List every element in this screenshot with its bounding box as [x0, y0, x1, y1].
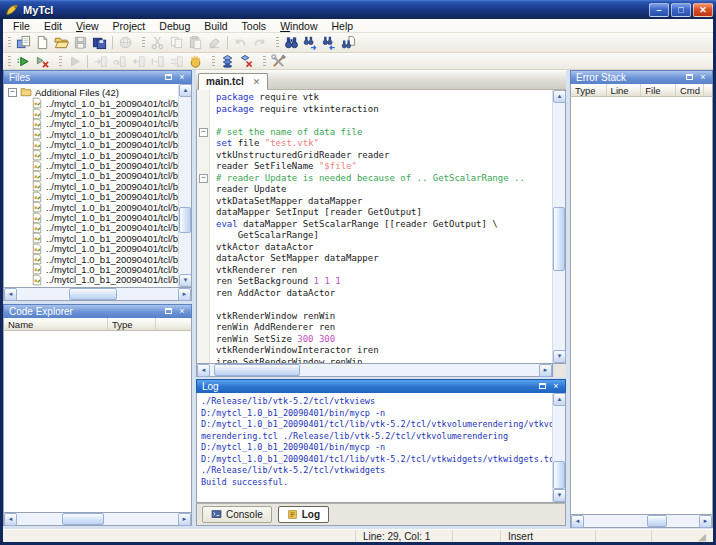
close-panel-icon[interactable]: × [550, 381, 562, 392]
paste-button [186, 35, 205, 51]
tools-options-button[interactable] [269, 53, 288, 69]
code-explorer-horizontal-scrollbar[interactable]: ◄ ► [3, 513, 192, 526]
files-tree[interactable]: − Additional Files (42) ../mytcl_1.0_b1_… [4, 84, 178, 287]
fold-collapse-icon[interactable]: − [199, 174, 208, 183]
scroll-thumb[interactable] [69, 288, 117, 300]
log-vertical-scrollbar[interactable]: ▲ ▼ [552, 393, 565, 502]
column-header-line[interactable]: Line [607, 84, 642, 96]
menu-tools[interactable]: Tools [235, 20, 274, 32]
column-header-type[interactable]: Type [108, 318, 156, 330]
float-panel-icon[interactable] [162, 72, 174, 83]
code-explorer-titlebar[interactable]: Code Explorer × [3, 304, 192, 318]
maximize-button[interactable]: □ [671, 3, 691, 17]
scroll-right-icon[interactable]: ► [539, 364, 552, 377]
close-panel-icon[interactable]: × [176, 72, 188, 83]
log-output[interactable]: ./Release/lib/vtk-5.2/tcl/vtkviewsD:/myt… [197, 393, 552, 502]
scroll-right-icon[interactable]: ► [699, 515, 712, 528]
scroll-left-icon[interactable]: ◄ [571, 515, 584, 528]
column-header-file[interactable]: File [641, 84, 676, 96]
tab-console[interactable]: Console [202, 506, 272, 523]
close-panel-icon[interactable]: × [176, 306, 188, 317]
tree-item-file[interactable]: ../mytcl_1.0_b1_20090401/tcl/bin [4, 275, 178, 285]
tab-log[interactable]: Log [278, 506, 329, 523]
scroll-right-icon[interactable]: ► [178, 513, 191, 526]
open-file-button[interactable] [52, 35, 71, 51]
toolbar-drag-handle[interactable] [263, 56, 266, 67]
log-panel-titlebar[interactable]: Log × [196, 379, 566, 393]
menu-window[interactable]: Window [273, 20, 324, 32]
scroll-thumb[interactable] [214, 364, 300, 376]
error-stack-titlebar[interactable]: Error Stack × [570, 70, 713, 84]
tree-root-row[interactable]: − Additional Files (42) [4, 86, 178, 98]
column-header-name[interactable]: Name [4, 318, 108, 330]
menu-help[interactable]: Help [324, 20, 360, 32]
minimize-button[interactable]: – [649, 3, 669, 17]
scroll-left-icon[interactable]: ◄ [4, 513, 17, 526]
scroll-thumb[interactable] [647, 515, 667, 527]
menu-view[interactable]: View [69, 20, 106, 32]
float-panel-icon[interactable] [162, 306, 174, 317]
build-button[interactable] [218, 53, 237, 69]
scroll-left-icon[interactable]: ◄ [4, 288, 17, 301]
error-stack-body[interactable] [570, 97, 713, 515]
fold-collapse-icon[interactable]: − [199, 128, 208, 137]
float-panel-icon[interactable] [683, 72, 695, 83]
close-button[interactable]: ✕ [693, 3, 713, 17]
pause-button[interactable] [186, 53, 205, 69]
toolbar-drag-handle[interactable] [212, 56, 215, 67]
menu-debug[interactable]: Debug [152, 20, 197, 32]
toolbar-group [271, 33, 360, 52]
resize-grip-icon[interactable]: ◢ [698, 532, 706, 542]
save-all-button[interactable] [90, 35, 109, 51]
menu-project[interactable]: Project [106, 20, 153, 32]
close-panel-icon[interactable]: × [697, 72, 709, 83]
scroll-down-icon[interactable]: ▼ [553, 350, 566, 363]
menu-build[interactable]: Build [197, 20, 234, 32]
scroll-right-icon[interactable]: ► [178, 288, 191, 301]
editor-horizontal-scrollbar[interactable]: ◄ ► [196, 364, 553, 377]
find-previous-button[interactable] [320, 35, 339, 51]
toolbar-drag-handle[interactable] [59, 56, 62, 67]
scroll-thumb[interactable] [179, 207, 191, 233]
collapse-expander-icon[interactable]: − [8, 88, 17, 97]
stop-build-button[interactable] [237, 53, 256, 69]
find-button[interactable] [282, 35, 301, 51]
scroll-up-icon[interactable]: ▲ [553, 90, 566, 103]
files-horizontal-scrollbar[interactable]: ◄ ► [3, 288, 192, 301]
editor-vertical-scrollbar[interactable]: ▲ ▼ [552, 90, 565, 363]
float-panel-icon[interactable] [536, 381, 548, 392]
tab-close-icon[interactable]: ✕ [253, 77, 261, 87]
scroll-down-icon[interactable]: ▼ [179, 274, 192, 287]
files-panel-titlebar[interactable]: Files × [3, 70, 192, 84]
toolbar-separator [87, 55, 88, 68]
scroll-up-icon[interactable]: ▲ [179, 84, 192, 97]
debug-stop-button[interactable] [33, 53, 52, 69]
toolbar-drag-handle[interactable] [8, 56, 11, 67]
scroll-thumb[interactable] [62, 513, 104, 525]
code-area[interactable]: package require vtkpackage require vtkin… [210, 90, 565, 363]
debug-start-button[interactable] [14, 53, 33, 69]
new-project-button[interactable] [14, 35, 33, 51]
column-header-cmd[interactable]: Cmd [676, 84, 704, 96]
menu-file[interactable]: File [6, 20, 37, 32]
scroll-left-icon[interactable]: ◄ [197, 364, 210, 377]
code-explorer-body[interactable] [3, 331, 192, 513]
column-header-type[interactable]: Type [571, 84, 607, 96]
editor-tabbar: main.tcl ✕ [196, 70, 566, 90]
toolbar-drag-handle[interactable] [276, 37, 279, 48]
toolbar-drag-handle[interactable] [8, 37, 11, 48]
menu-edit[interactable]: Edit [37, 20, 69, 32]
toolbar-drag-handle[interactable] [142, 37, 145, 48]
files-vertical-scrollbar[interactable]: ▲ ▼ [178, 84, 191, 287]
find-in-files-button[interactable] [339, 35, 358, 51]
title-bar[interactable]: MyTcl – □ ✕ [0, 0, 716, 19]
find-next-button[interactable] [301, 35, 320, 51]
scroll-thumb[interactable] [553, 207, 565, 271]
scroll-down-icon[interactable]: ▼ [553, 489, 566, 502]
scroll-thumb[interactable] [553, 461, 565, 489]
workspace: Files × − Additional Files (42) [3, 70, 713, 529]
tab-main-tcl[interactable]: main.tcl ✕ [198, 73, 268, 90]
scroll-up-icon[interactable]: ▲ [553, 393, 566, 406]
new-file-button[interactable] [33, 35, 52, 51]
error-stack-horizontal-scrollbar[interactable]: ◄ ► [570, 515, 713, 528]
